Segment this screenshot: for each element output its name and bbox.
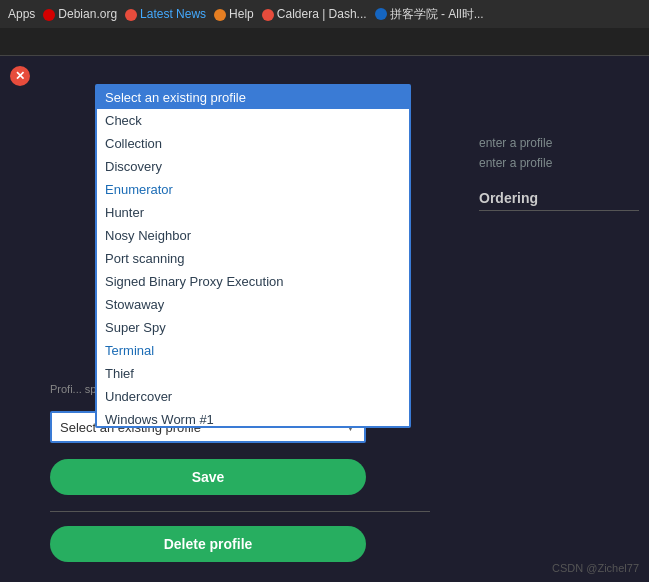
divider [50, 511, 430, 512]
list-item[interactable]: Enumerator [97, 178, 409, 201]
page-content: ✕ Select an existing profile Check Colle… [0, 56, 649, 582]
list-item[interactable]: Terminal [97, 339, 409, 362]
list-item[interactable]: Signed Binary Proxy Execution [97, 270, 409, 293]
delete-profile-button[interactable]: Delete profile [50, 526, 366, 562]
list-item[interactable]: Collection [97, 132, 409, 155]
enter-profile-label-2: enter a profile [479, 156, 639, 170]
list-item[interactable]: Check [97, 109, 409, 132]
list-item[interactable]: Nosy Neighbor [97, 224, 409, 247]
caldera-tab[interactable]: Caldera | Dash... [262, 7, 367, 21]
toolbar [0, 28, 649, 56]
dropdown-list: Select an existing profile Check Collect… [97, 86, 409, 426]
right-panel: enter a profile enter a profile Ordering [479, 136, 639, 219]
debian-tab[interactable]: Debian.org [43, 7, 117, 21]
list-item[interactable]: Undercover [97, 385, 409, 408]
browser-bar: Apps Debian.org Latest News Help Caldera… [0, 0, 649, 28]
enter-profile-label-1: enter a profile [479, 136, 639, 150]
list-item[interactable]: Discovery [97, 155, 409, 178]
list-item[interactable]: Thief [97, 362, 409, 385]
profile-dropdown-popup: Select an existing profile Check Collect… [95, 84, 411, 428]
list-item[interactable]: Super Spy [97, 316, 409, 339]
dropdown-header-item[interactable]: Select an existing profile [97, 86, 409, 109]
latest-news-tab[interactable]: Latest News [125, 7, 206, 21]
save-button[interactable]: Save [50, 459, 366, 495]
chinese-tab[interactable]: 拼客学院 - All时... [375, 6, 484, 23]
close-button[interactable]: ✕ [10, 66, 30, 86]
apps-tab[interactable]: Apps [8, 7, 35, 21]
ordering-title: Ordering [479, 190, 639, 211]
help-tab[interactable]: Help [214, 7, 254, 21]
list-item[interactable]: Hunter [97, 201, 409, 224]
list-item[interactable]: Port scanning [97, 247, 409, 270]
attribution-text: CSDN @Zichel77 [552, 562, 639, 574]
ordering-section: Ordering [479, 190, 639, 211]
list-item[interactable]: Stowaway [97, 293, 409, 316]
list-item[interactable]: Windows Worm #1 [97, 408, 409, 426]
